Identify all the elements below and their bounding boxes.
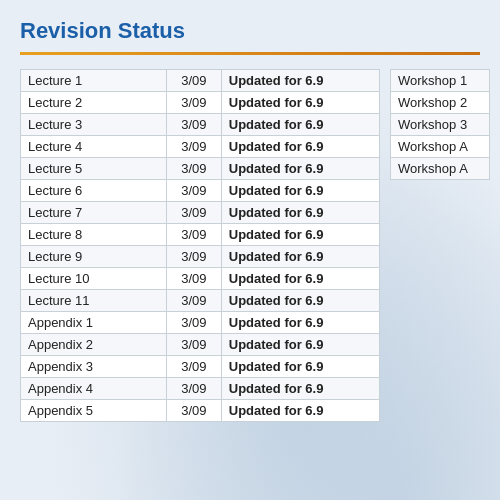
main-table-row: Lecture 6 3/09 Updated for 6.9 [21,180,380,202]
main-row-date: 3/09 [167,268,222,290]
main-row-date: 3/09 [167,224,222,246]
main-row-status: Updated for 6.9 [221,202,379,224]
main-row-label: Lecture 4 [21,136,167,158]
side-table-row: Workshop 3 [391,114,490,136]
main-row-date: 3/09 [167,202,222,224]
main-table-row: Lecture 1 3/09 Updated for 6.9 [21,70,380,92]
main-table-row: Appendix 5 3/09 Updated for 6.9 [21,400,380,422]
main-row-date: 3/09 [167,114,222,136]
main-row-label: Lecture 1 [21,70,167,92]
side-table-container: Workshop 1 Workshop 2 Workshop 3 Worksho… [390,69,490,180]
main-row-status: Updated for 6.9 [221,400,379,422]
main-row-status: Updated for 6.9 [221,268,379,290]
main-table-row: Lecture 4 3/09 Updated for 6.9 [21,136,380,158]
main-table-row: Lecture 8 3/09 Updated for 6.9 [21,224,380,246]
side-table-row: Workshop 1 [391,70,490,92]
main-table-row: Appendix 3 3/09 Updated for 6.9 [21,356,380,378]
main-row-date: 3/09 [167,334,222,356]
title-divider [20,52,480,55]
main-row-status: Updated for 6.9 [221,312,379,334]
main-row-label: Lecture 10 [21,268,167,290]
main-row-date: 3/09 [167,180,222,202]
side-table-row: Workshop 2 [391,92,490,114]
main-table-row: Appendix 2 3/09 Updated for 6.9 [21,334,380,356]
side-row-label: Workshop A [391,136,490,158]
page-title: Revision Status [20,18,480,44]
main-table-row: Lecture 3 3/09 Updated for 6.9 [21,114,380,136]
main-row-status: Updated for 6.9 [221,224,379,246]
main-row-label: Lecture 3 [21,114,167,136]
side-row-label: Workshop 1 [391,70,490,92]
main-table: Lecture 1 3/09 Updated for 6.9 Lecture 2… [20,69,380,422]
main-row-status: Updated for 6.9 [221,334,379,356]
main-row-label: Appendix 5 [21,400,167,422]
side-row-label: Workshop 2 [391,92,490,114]
main-row-date: 3/09 [167,290,222,312]
main-row-label: Appendix 2 [21,334,167,356]
main-row-status: Updated for 6.9 [221,114,379,136]
main-row-label: Lecture 7 [21,202,167,224]
main-row-date: 3/09 [167,136,222,158]
main-row-status: Updated for 6.9 [221,180,379,202]
main-row-label: Lecture 11 [21,290,167,312]
tables-row: Lecture 1 3/09 Updated for 6.9 Lecture 2… [20,69,480,422]
main-row-label: Appendix 1 [21,312,167,334]
main-row-label: Lecture 5 [21,158,167,180]
main-row-status: Updated for 6.9 [221,246,379,268]
main-row-status: Updated for 6.9 [221,356,379,378]
main-row-status: Updated for 6.9 [221,92,379,114]
main-row-status: Updated for 6.9 [221,136,379,158]
main-row-date: 3/09 [167,158,222,180]
main-table-row: Lecture 5 3/09 Updated for 6.9 [21,158,380,180]
main-row-date: 3/09 [167,92,222,114]
main-row-status: Updated for 6.9 [221,378,379,400]
side-table: Workshop 1 Workshop 2 Workshop 3 Worksho… [390,69,490,180]
main-table-row: Lecture 10 3/09 Updated for 6.9 [21,268,380,290]
main-table-row: Lecture 11 3/09 Updated for 6.9 [21,290,380,312]
main-table-row: Lecture 2 3/09 Updated for 6.9 [21,92,380,114]
side-table-row: Workshop A [391,136,490,158]
side-row-label: Workshop 3 [391,114,490,136]
main-row-status: Updated for 6.9 [221,158,379,180]
main-table-row: Appendix 4 3/09 Updated for 6.9 [21,378,380,400]
main-row-status: Updated for 6.9 [221,70,379,92]
main-row-label: Lecture 9 [21,246,167,268]
main-table-container: Lecture 1 3/09 Updated for 6.9 Lecture 2… [20,69,380,422]
main-row-date: 3/09 [167,400,222,422]
main-row-label: Lecture 2 [21,92,167,114]
main-row-date: 3/09 [167,356,222,378]
main-table-row: Lecture 9 3/09 Updated for 6.9 [21,246,380,268]
main-row-date: 3/09 [167,70,222,92]
main-table-row: Lecture 7 3/09 Updated for 6.9 [21,202,380,224]
main-row-label: Lecture 6 [21,180,167,202]
main-table-row: Appendix 1 3/09 Updated for 6.9 [21,312,380,334]
main-row-date: 3/09 [167,246,222,268]
main-row-label: Appendix 3 [21,356,167,378]
main-row-status: Updated for 6.9 [221,290,379,312]
main-row-date: 3/09 [167,312,222,334]
side-table-row: Workshop A [391,158,490,180]
main-row-date: 3/09 [167,378,222,400]
page-container: Revision Status Lecture 1 3/09 Updated f… [0,0,500,500]
main-row-label: Lecture 8 [21,224,167,246]
side-row-label: Workshop A [391,158,490,180]
main-row-label: Appendix 4 [21,378,167,400]
